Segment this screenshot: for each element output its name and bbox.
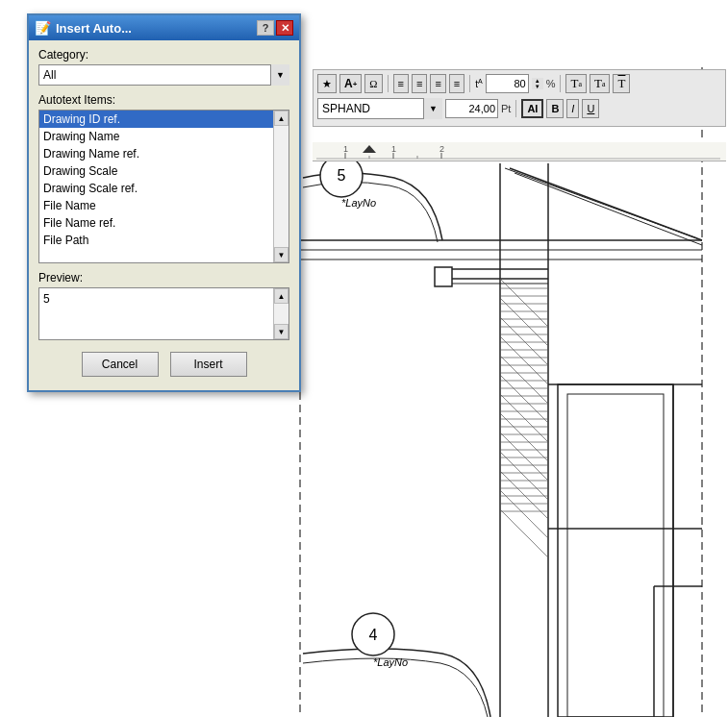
dialog-icon: 📝 <box>35 20 51 36</box>
preview-scroll-down[interactable]: ▼ <box>274 324 289 339</box>
symbol-button[interactable]: Ω <box>364 74 382 93</box>
ruler-svg: 1 1 2 <box>316 143 720 161</box>
list-item[interactable]: Drawing Name ref. <box>39 145 273 162</box>
list-item[interactable]: File Name ref. <box>39 214 273 232</box>
preview-scroll-up[interactable]: ▲ <box>274 288 289 304</box>
listbox-scrollbar[interactable]: ▲ ▼ <box>273 111 289 262</box>
ruler: 1 1 2 <box>313 142 726 161</box>
insert-button[interactable]: Insert <box>170 352 247 377</box>
autotext-listbox-wrapper: Drawing ID ref.Drawing NameDrawing Name … <box>38 110 289 263</box>
category-combo[interactable]: All <box>38 64 289 86</box>
autotext-listbox[interactable]: Drawing ID ref.Drawing NameDrawing Name … <box>39 111 273 262</box>
preview-section: Preview: 5 ▲ ▼ <box>38 271 289 340</box>
separator-3 <box>560 75 561 92</box>
list-item[interactable]: Drawing ID ref. <box>39 111 273 128</box>
help-button[interactable]: ? <box>257 20 274 36</box>
toolbar-row-2: SPHAND ▼ 24,00 Pt AI B I U <box>317 97 721 120</box>
svg-text:1: 1 <box>343 144 348 154</box>
dialog-titlebar: 📝 Insert Auto... ? ✕ <box>29 15 299 40</box>
cancel-button[interactable]: Cancel <box>82 352 159 377</box>
preview-label: Preview: <box>38 271 289 284</box>
svg-marker-80 <box>363 145 376 153</box>
align-left-button[interactable]: ≡ <box>393 74 409 93</box>
insert-autotext-dialog: 📝 Insert Auto... ? ✕ Category: All ▼ Aut… <box>27 13 301 392</box>
list-item[interactable]: Drawing Scale ref. <box>39 180 273 197</box>
dialog-body: Category: All ▼ Autotext Items: Drawing … <box>29 40 299 390</box>
list-item[interactable]: Drawing Name <box>39 128 273 145</box>
align-center-button[interactable]: ≡ <box>412 74 427 93</box>
ai-button[interactable]: AI <box>521 99 543 118</box>
text-subscript-button[interactable]: Ta <box>590 74 611 93</box>
scroll-track <box>274 126 289 247</box>
preview-scrollbar[interactable]: ▲ ▼ <box>273 288 289 339</box>
svg-text:1: 1 <box>391 144 396 154</box>
preview-text: 5 <box>43 292 50 306</box>
text-toolbar: ★ A+ Ω ≡ ≡ ≡ ≡ tA 80 ▲ ▼ % Ta Ta T SPHAN… <box>313 69 726 127</box>
percent-unit: % <box>546 78 556 89</box>
font-increase-button[interactable]: A+ <box>339 74 362 93</box>
bold-button[interactable]: B <box>546 99 564 118</box>
preview-scroll-track <box>274 304 289 324</box>
separator-2 <box>469 75 470 92</box>
category-label: Category: <box>38 48 289 62</box>
autotext-label: Autotext Items: <box>38 93 289 107</box>
category-combo-wrapper: All ▼ <box>38 64 289 86</box>
font-size-input[interactable]: 80 <box>486 74 529 93</box>
list-item[interactable]: File Path <box>39 232 273 249</box>
italic-button[interactable]: I <box>566 99 579 118</box>
text-normal-button[interactable]: Ta <box>565 74 587 93</box>
spin-down-button[interactable]: ▼ <box>532 84 543 89</box>
list-item[interactable]: File Name <box>39 197 273 214</box>
justify-button[interactable]: ≡ <box>449 74 464 93</box>
scroll-up-button[interactable]: ▲ <box>274 111 289 126</box>
close-button[interactable]: ✕ <box>276 20 293 36</box>
list-item[interactable]: Drawing Scale <box>39 162 273 180</box>
preview-box: 5 ▲ ▼ <box>38 287 289 340</box>
underline-button[interactable]: U <box>582 99 599 118</box>
percent-spinner[interactable]: ▲ ▼ <box>532 78 543 89</box>
scroll-down-button[interactable]: ▼ <box>274 247 289 262</box>
star-button[interactable]: ★ <box>317 74 337 93</box>
pt-unit: Pt <box>501 103 511 114</box>
toolbar-row-1: ★ A+ Ω ≡ ≡ ≡ ≡ tA 80 ▲ ▼ % Ta Ta T <box>317 72 721 95</box>
text-size-input[interactable]: 24,00 <box>445 99 498 118</box>
align-right-button[interactable]: ≡ <box>430 74 445 93</box>
svg-text:2: 2 <box>439 144 444 154</box>
separator-1 <box>388 75 389 92</box>
dialog-title: Insert Auto... <box>56 21 132 36</box>
dialog-controls: ? ✕ <box>257 20 293 36</box>
font-selector[interactable]: SPHAND <box>317 98 442 119</box>
separator-4 <box>515 100 516 117</box>
dialog-buttons: Cancel Insert <box>38 348 289 383</box>
font-size-label: tA <box>475 78 482 89</box>
font-selector-wrapper: SPHAND ▼ <box>317 98 442 119</box>
text-overline-button[interactable]: T <box>613 74 630 93</box>
